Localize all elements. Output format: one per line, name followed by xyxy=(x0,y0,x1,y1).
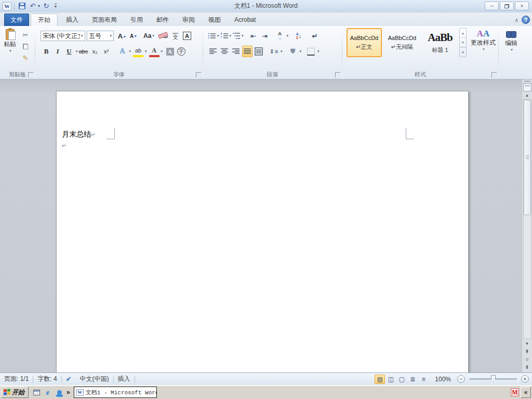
zoom-slider-track[interactable] xyxy=(469,378,517,380)
subscript-button[interactable]: x₂ xyxy=(90,46,100,57)
zoom-slider-thumb[interactable] xyxy=(491,375,496,382)
change-styles-dropdown[interactable]: ▾ xyxy=(483,47,485,51)
undo-dropdown[interactable]: ▾ xyxy=(38,4,40,8)
character-shading-button[interactable]: A xyxy=(165,46,175,57)
split-window-handle[interactable] xyxy=(524,81,530,82)
zoom-level[interactable]: 100% xyxy=(435,376,451,383)
gallery-scroll-up[interactable]: ▲ xyxy=(460,29,466,38)
highlight-button[interactable]: ab xyxy=(133,46,143,57)
font-color-dropdown[interactable]: ▾ xyxy=(161,49,163,54)
word-count[interactable]: 字数: 4 xyxy=(33,375,61,383)
tab-page-layout[interactable]: 页面布局 xyxy=(85,14,124,26)
print-layout-view-button[interactable]: ▤ xyxy=(375,375,385,384)
change-case-button[interactable]: Aa▾ xyxy=(143,30,154,42)
distributed-button[interactable] xyxy=(254,46,264,57)
underline-button[interactable]: U xyxy=(64,46,74,57)
clear-formatting-button[interactable]: AB xyxy=(159,30,169,42)
font-size-combo[interactable]: 五号▾ xyxy=(87,31,114,41)
character-border-button[interactable]: A xyxy=(182,30,192,42)
font-name-combo[interactable]: 宋体 (中文正文▾ xyxy=(41,31,85,41)
ruler-toggle-button[interactable] xyxy=(523,83,531,91)
taskbar-word-window-button[interactable]: W 文档1 - Microsoft Word xyxy=(74,387,157,398)
bold-button[interactable]: B xyxy=(41,46,51,57)
style-heading1[interactable]: AaBb 标题 1 xyxy=(422,28,458,57)
full-screen-reading-button[interactable]: ◫ xyxy=(385,375,396,384)
enclose-characters-button[interactable]: 字 xyxy=(176,46,187,57)
sort-button[interactable]: AZ↓ xyxy=(294,30,304,42)
paste-dropdown-icon[interactable]: ▾ xyxy=(9,49,11,53)
styles-dialog-launcher[interactable] xyxy=(491,72,497,77)
tab-acrobat[interactable]: Acrobat xyxy=(228,14,262,26)
underline-dropdown[interactable]: ▾ xyxy=(76,49,78,54)
gallery-more-button[interactable]: ▼ xyxy=(460,47,466,57)
previous-page-button[interactable]: ⇞ xyxy=(525,349,529,355)
scrollbar-thumb[interactable] xyxy=(524,100,531,215)
select-browse-object-button[interactable]: ○ xyxy=(525,356,528,363)
tab-mailings[interactable]: 邮件 xyxy=(150,14,176,26)
tab-references[interactable]: 引用 xyxy=(124,14,150,26)
align-right-button[interactable] xyxy=(231,46,241,57)
insert-mode-indicator[interactable]: 插入 xyxy=(114,375,135,383)
shading-button[interactable]: ⛊ xyxy=(288,46,298,57)
scroll-up-button[interactable]: ▲ xyxy=(525,91,529,99)
language-indicator[interactable]: 中文(中国) xyxy=(76,375,113,383)
show-hide-marks-button[interactable]: ↵ xyxy=(310,30,320,42)
phonetic-guide-button[interactable]: wén文 xyxy=(170,30,181,42)
clipboard-dialog-launcher[interactable] xyxy=(28,72,33,77)
font-color-button[interactable]: A xyxy=(149,46,159,57)
tab-file[interactable]: 文件 xyxy=(4,14,29,26)
document-text-line[interactable]: ↵ xyxy=(62,142,66,149)
strikethrough-button[interactable]: abc xyxy=(78,46,89,57)
line-spacing-dropdown[interactable]: ▾ xyxy=(281,49,283,54)
borders-button[interactable] xyxy=(305,46,316,57)
tab-view[interactable]: 视图 xyxy=(202,14,228,26)
cut-button[interactable]: ✂ xyxy=(20,30,31,40)
editing-button[interactable]: 编辑 ▾ xyxy=(499,28,524,52)
tab-review[interactable]: 审阅 xyxy=(176,14,202,26)
superscript-button[interactable]: x² xyxy=(101,46,112,57)
numbering-button[interactable]: ▾ xyxy=(220,30,232,42)
quick-launch-overflow-button[interactable]: » xyxy=(66,389,70,396)
scrollbar-track[interactable] xyxy=(523,99,531,339)
align-center-button[interactable] xyxy=(219,46,230,57)
asian-layout-dropdown[interactable]: ▾ xyxy=(287,34,289,38)
document-text-line[interactable]: 月末总结↵ xyxy=(62,130,96,139)
font-dialog-launcher[interactable] xyxy=(196,72,201,77)
style-normal[interactable]: AaBbCcDd ↵正文 xyxy=(347,28,382,57)
format-painter-button[interactable]: ✎ xyxy=(20,52,31,63)
gallery-scroll-down[interactable]: ▼ xyxy=(460,38,466,47)
page-indicator[interactable]: 页面: 1/1 xyxy=(0,375,33,383)
outline-view-button[interactable]: ≣ xyxy=(407,375,418,384)
draft-view-button[interactable]: ≡ xyxy=(418,375,429,384)
tab-home[interactable]: 开始 xyxy=(31,14,58,26)
shading-dropdown[interactable]: ▾ xyxy=(300,49,302,54)
tab-insert[interactable]: 插入 xyxy=(59,14,85,26)
quick-launch-messenger-button[interactable] xyxy=(55,388,63,396)
tray-expand-button[interactable]: « xyxy=(521,387,531,398)
change-styles-button[interactable]: AA 更改样式 ▾ xyxy=(470,28,497,51)
collapse-ribbon-button[interactable]: ∧ xyxy=(515,17,518,23)
grow-font-button[interactable]: A▲ xyxy=(117,30,127,42)
align-left-button[interactable] xyxy=(208,46,218,57)
decrease-indent-button[interactable]: ⇤ xyxy=(248,30,259,42)
spellcheck-status[interactable]: ✔ xyxy=(62,375,76,383)
bullets-button[interactable]: ▾ xyxy=(208,30,219,42)
close-button[interactable]: × xyxy=(515,2,529,10)
paste-button[interactable]: 粘贴 ▾ xyxy=(0,28,20,70)
borders-dropdown[interactable]: ▾ xyxy=(317,49,320,54)
italic-button[interactable]: I xyxy=(52,46,63,57)
justify-button[interactable] xyxy=(242,46,252,57)
help-button[interactable]: ? xyxy=(522,16,530,24)
start-button[interactable]: 开始 xyxy=(1,387,29,398)
multilevel-list-button[interactable]: ▾ xyxy=(232,30,244,42)
restore-button[interactable] xyxy=(500,2,514,10)
quick-launch-ie-button[interactable]: e xyxy=(44,388,52,396)
highlight-dropdown[interactable]: ▾ xyxy=(145,49,147,54)
customize-qat-button[interactable]: ▾ xyxy=(55,4,57,8)
line-spacing-button[interactable]: ⇕≡ xyxy=(269,46,279,57)
scroll-down-button[interactable]: ▼ xyxy=(525,340,529,347)
text-effects-dropdown[interactable]: ▾ xyxy=(129,49,131,54)
undo-button[interactable]: ↶ xyxy=(28,2,37,11)
increase-indent-button[interactable]: ⇥ xyxy=(260,30,270,42)
save-button[interactable] xyxy=(17,2,26,11)
